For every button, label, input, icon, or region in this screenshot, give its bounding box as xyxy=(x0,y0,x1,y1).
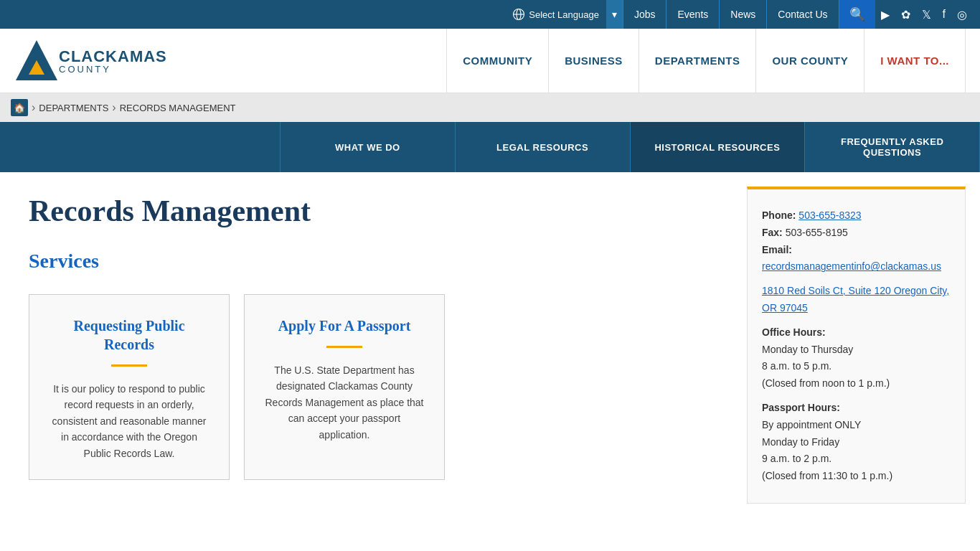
facebook-icon: f xyxy=(943,8,946,21)
phone-number[interactable]: 503-655-8323 xyxy=(798,209,861,221)
logo-icon xyxy=(14,39,59,83)
logo-name2: COUNTY xyxy=(59,64,167,75)
facebook-link[interactable]: f xyxy=(937,0,951,29)
breadcrumb-current: RECORDS MANAGEMENT xyxy=(120,103,236,113)
sidebar-email-row: Email: recordsmanagementinfo@clackamas.u… xyxy=(762,242,951,276)
logo-link[interactable]: CLACKAMAS COUNTY xyxy=(14,39,167,83)
flickr-link[interactable]: ✿ xyxy=(895,0,916,29)
passport-closed: (Closed from 11:30 to 1 p.m.) xyxy=(762,470,892,481)
logo-text: CLACKAMAS COUNTY xyxy=(59,47,167,75)
social-icons: ▶ ✿ 𝕏 f ◎ xyxy=(875,0,973,29)
jobs-link[interactable]: Jobs xyxy=(623,0,666,29)
passport-hours-label: Passport Hours: xyxy=(762,400,951,417)
breadcrumb-sep2: › xyxy=(112,101,116,114)
sidebar-fax-row: Fax: 503-655-8195 xyxy=(762,225,951,242)
card-passport[interactable]: Apply For A Passport The U.S. State Depa… xyxy=(244,294,445,480)
card1-divider xyxy=(111,364,147,367)
card1-text: It is our policy to respond to public re… xyxy=(47,381,211,461)
twitter-icon: 𝕏 xyxy=(922,8,931,22)
lang-label: Select Language xyxy=(529,9,599,20)
email-label: Email: xyxy=(762,244,792,255)
office-hours-closed: (Closed from noon to 1 p.m.) xyxy=(762,377,890,389)
fax-label: Fax: xyxy=(762,227,783,238)
breadcrumb-sep1: › xyxy=(32,101,35,114)
nav-our-county[interactable]: OUR COUNTY xyxy=(756,29,864,93)
phone-label: Phone: xyxy=(762,209,796,221)
card2-text: The U.S. State Department has designated… xyxy=(263,362,426,443)
nav-departments[interactable]: DEPARTMENTS xyxy=(639,29,757,93)
events-link[interactable]: Events xyxy=(666,0,719,29)
sidebar-phone-row: Phone: 503-655-8323 xyxy=(762,207,951,225)
search-button[interactable]: 🔍 xyxy=(839,0,875,29)
header: CLACKAMAS COUNTY COMMUNITY BUSINESS DEPA… xyxy=(0,29,980,93)
subnav-faq[interactable]: FREQUENTLY ASKED QUESTIONS xyxy=(804,122,980,172)
instagram-icon: ◎ xyxy=(957,8,967,22)
nav-i-want-to[interactable]: I WANT TO... xyxy=(864,29,966,93)
subnav-legal[interactable]: LEGAL RESOURCS xyxy=(455,122,630,172)
twitter-link[interactable]: 𝕏 xyxy=(916,0,937,29)
address-link[interactable]: 1810 Red Soils Ct, Suite 120 Oregon City… xyxy=(762,283,951,317)
language-selector[interactable]: Select Language xyxy=(512,8,599,21)
globe-icon xyxy=(512,8,525,21)
lang-dropdown-button[interactable]: ▾ xyxy=(606,0,623,29)
news-link[interactable]: News xyxy=(719,0,766,29)
passport-days: Monday to Friday xyxy=(762,436,839,448)
content-area: Records Management Services Requesting P… xyxy=(0,172,747,504)
sub-nav-spacer xyxy=(0,122,280,172)
office-hours-time: 8 a.m. to 5 p.m. xyxy=(762,360,831,372)
office-hours-label: Office Hours: xyxy=(762,324,951,342)
breadcrumb-home[interactable]: 🏠 xyxy=(11,99,28,116)
top-links: Jobs Events News Contact Us xyxy=(623,0,839,29)
breadcrumb-departments[interactable]: DEPARTMENTS xyxy=(39,103,108,113)
nav-community[interactable]: COMMUNITY xyxy=(446,29,549,93)
passport-time: 9 a.m. to 2 p.m. xyxy=(762,453,831,464)
card2-divider xyxy=(326,346,362,348)
office-hours-days: Monday to Thursday xyxy=(762,344,853,355)
subnav-historical[interactable]: HISTORICAL RESOURCES xyxy=(630,122,805,172)
card-public-records[interactable]: Requesting Public Records It is our poli… xyxy=(29,294,230,480)
breadcrumb: 🏠 › DEPARTMENTS › RECORDS MANAGEMENT xyxy=(0,93,980,122)
passport-appt: By appointment ONLY xyxy=(762,419,861,430)
main-nav: COMMUNITY BUSINESS DEPARTMENTS OUR COUNT… xyxy=(446,29,966,93)
sub-nav: WHAT WE DO LEGAL RESOURCS HISTORICAL RES… xyxy=(0,122,980,172)
services-title: Services xyxy=(29,250,718,273)
cards-row: Requesting Public Records It is our poli… xyxy=(29,294,718,480)
page-title: Records Management xyxy=(29,194,718,228)
card1-title: Requesting Public Records xyxy=(47,316,211,354)
youtube-link[interactable]: ▶ xyxy=(875,0,895,29)
card2-title: Apply For A Passport xyxy=(263,316,426,335)
top-bar: Select Language ▾ Jobs Events News Conta… xyxy=(0,0,980,29)
sidebar: Phone: 503-655-8323 Fax: 503-655-8195 Em… xyxy=(747,187,966,504)
email-link[interactable]: recordsmanagementinfo@clackamas.us xyxy=(762,260,941,272)
main-content: Records Management Services Requesting P… xyxy=(0,172,980,504)
flickr-icon: ✿ xyxy=(901,8,910,22)
fax-number: 503-655-8195 xyxy=(786,227,848,238)
subnav-what-we-do[interactable]: WHAT WE DO xyxy=(280,122,455,172)
contact-link[interactable]: Contact Us xyxy=(766,0,838,29)
instagram-link[interactable]: ◎ xyxy=(951,0,973,29)
youtube-icon: ▶ xyxy=(881,8,890,22)
nav-business[interactable]: BUSINESS xyxy=(549,29,639,93)
